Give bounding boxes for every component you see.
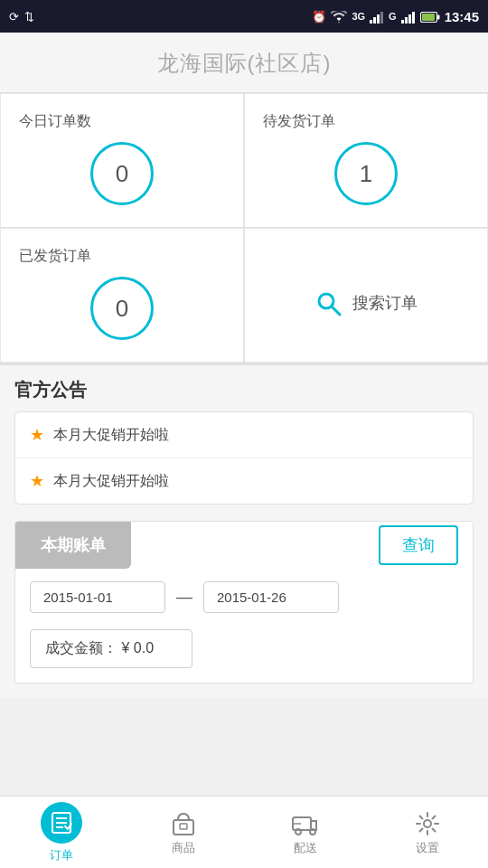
- orders-icon-bg: [41, 802, 82, 844]
- page-title: 龙海国际(社区店): [157, 51, 332, 75]
- search-icon: [314, 287, 343, 318]
- svg-line-12: [332, 307, 340, 315]
- shipped-orders-cell[interactable]: 已发货订单 0: [0, 228, 244, 363]
- announcement-title: 官方公告: [14, 378, 474, 402]
- svg-rect-17: [174, 820, 193, 835]
- svg-rect-4: [401, 20, 404, 24]
- svg-point-23: [424, 820, 431, 827]
- pending-orders-badge: 1: [334, 142, 398, 205]
- usb-icon: ⇅: [24, 10, 34, 24]
- bill-query-button[interactable]: 查询: [379, 525, 458, 565]
- app-header: 龙海国际(社区店): [0, 33, 488, 93]
- svg-point-21: [310, 829, 315, 835]
- products-icon: [171, 808, 196, 836]
- wifi-icon: [331, 9, 347, 24]
- nav-label-products: 商品: [172, 840, 195, 856]
- announcement-item-2[interactable]: ★ 本月大促销开始啦: [15, 458, 473, 504]
- refresh-icon: ⟳: [9, 10, 19, 24]
- status-bar-right: ⏰ 3G G: [312, 9, 479, 24]
- bill-start-date[interactable]: [30, 581, 165, 613]
- bill-card: 本期账单 查询 — 成交金额： ¥ 0.0: [14, 521, 474, 684]
- status-bar-left: ⟳ ⇅: [9, 10, 34, 24]
- nav-item-settings[interactable]: 设置: [366, 797, 488, 868]
- svg-rect-1: [373, 17, 376, 24]
- bill-amount-label: 成交金额：: [45, 640, 117, 656]
- svg-rect-7: [412, 12, 415, 24]
- pending-orders-value: 1: [360, 160, 372, 188]
- search-order-label: 搜索订单: [352, 292, 418, 314]
- settings-icon: [415, 808, 440, 836]
- nav-label-delivery: 配送: [294, 840, 317, 856]
- announcement-text-2: 本月大促销开始啦: [53, 472, 169, 491]
- bill-end-date[interactable]: [203, 581, 339, 613]
- bill-header: 本期账单 查询: [15, 522, 473, 569]
- clock-icon: ⏰: [312, 10, 326, 24]
- svg-rect-10: [437, 15, 440, 20]
- svg-rect-5: [405, 17, 408, 24]
- star-icon-1: ★: [30, 425, 44, 445]
- pending-orders-cell[interactable]: 待发货订单 1: [244, 93, 488, 228]
- nav-item-orders[interactable]: 订单: [0, 797, 122, 868]
- nav-label-settings: 设置: [416, 840, 439, 856]
- shipped-orders-badge: 0: [90, 277, 154, 340]
- nav-item-products[interactable]: 商品: [122, 797, 244, 868]
- announcement-section: 官方公告 ★ 本月大促销开始啦 ★ 本月大促销开始啦: [0, 365, 488, 521]
- network-3g: 3G: [352, 11, 365, 22]
- today-orders-label: 今日订单数: [19, 112, 91, 131]
- svg-rect-9: [422, 14, 435, 21]
- bill-date-row: —: [15, 569, 473, 620]
- bill-amount-value: ¥ 0.0: [121, 640, 154, 656]
- battery-icon: [420, 10, 440, 24]
- bill-amount-box: 成交金额： ¥ 0.0: [30, 629, 192, 668]
- announcement-card: ★ 本月大促销开始啦 ★ 本月大促销开始啦: [14, 411, 474, 505]
- delivery-icon: [292, 808, 319, 836]
- bill-date-dash: —: [176, 588, 192, 607]
- nav-item-delivery[interactable]: 配送: [244, 797, 366, 868]
- nav-label-orders: 订单: [50, 847, 73, 863]
- today-orders-value: 0: [116, 160, 128, 188]
- today-orders-cell[interactable]: 今日订单数 0: [0, 93, 244, 228]
- svg-rect-18: [180, 824, 187, 829]
- shipped-orders-value: 0: [116, 295, 128, 323]
- today-orders-badge: 0: [90, 142, 154, 205]
- network-g: G: [389, 11, 397, 22]
- svg-rect-3: [380, 12, 383, 24]
- svg-rect-2: [377, 14, 380, 24]
- svg-rect-6: [408, 14, 411, 24]
- signal-bars: [370, 9, 384, 24]
- signal-bars-2: [401, 9, 416, 24]
- star-icon-2: ★: [30, 471, 44, 491]
- search-order-cell[interactable]: 搜索订单: [244, 228, 488, 363]
- shipped-orders-label: 已发货订单: [19, 247, 91, 266]
- pending-orders-label: 待发货订单: [263, 112, 335, 131]
- status-bar: ⟳ ⇅ ⏰ 3G G: [0, 0, 488, 33]
- announcement-text-1: 本月大促销开始啦: [53, 426, 169, 445]
- svg-point-20: [296, 829, 301, 835]
- bill-title-button[interactable]: 本期账单: [15, 522, 131, 569]
- svg-rect-0: [370, 20, 372, 24]
- content-spacer: [0, 698, 488, 779]
- bottom-nav: 订单 商品 配送: [0, 796, 488, 868]
- bill-section: 本期账单 查询 — 成交金额： ¥ 0.0: [0, 521, 488, 698]
- time-display: 13:45: [445, 9, 479, 24]
- bill-amount-row: 成交金额： ¥ 0.0: [15, 620, 473, 683]
- dashboard-grid: 今日订单数 0 待发货订单 1 已发货订单 0 搜索订单: [0, 93, 488, 365]
- announcement-item-1[interactable]: ★ 本月大促销开始啦: [15, 412, 473, 458]
